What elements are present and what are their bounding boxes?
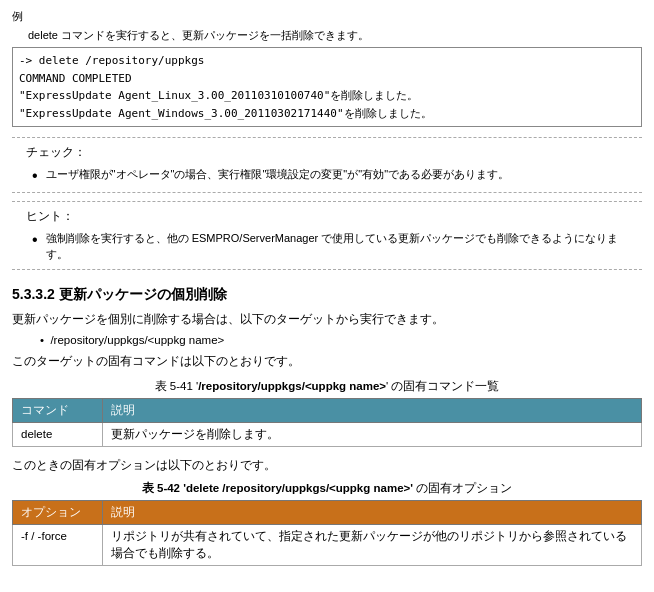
check-bullet-text: ユーザ権限が"オペレータ"の場合、実行権限"環境設定の変更"が"有効"である必要… [46, 166, 509, 183]
section-bullet: • /repository/uppkgs/<uppkg name> [40, 332, 642, 349]
table2-caption-suffix: の固有オプション [413, 482, 512, 494]
check-box: チェック： • ユーザ権限が"オペレータ"の場合、実行権限"環境設定の変更"が"… [12, 137, 642, 193]
section-sub: このターゲットの固有コマンドは以下のとおりです。 [12, 353, 642, 370]
table-row: -f / -forceリポジトリが共有されていて、指定された更新パッケージが他の… [13, 524, 642, 566]
example-label: 例 [12, 8, 642, 25]
bullet-dot-hint: • [32, 230, 38, 251]
table1-caption: 表 5-41 '/repository/uppkgs/<uppkg name>'… [12, 378, 642, 395]
command-line4: "ExpressUpdate Agent_Windows_3.00_201103… [19, 105, 635, 123]
table1-caption-target: /repository/uppkgs/<uppkg name> [198, 380, 386, 392]
section-bullet-text: /repository/uppkgs/<uppkg name> [50, 334, 224, 346]
example-description: delete コマンドを実行すると、更新パッケージを一括削除できます。 [28, 27, 642, 44]
fixed-note: このときの固有オプションは以下のとおりです。 [12, 457, 642, 474]
hint-bullet-text: 強制削除を実行すると、他の ESMPRO/ServerManager で使用して… [46, 230, 632, 263]
table-row: delete更新パッケージを削除します。 [13, 422, 642, 446]
table1-col1-header: コマンド [13, 398, 103, 422]
table2-col2-header: 説明 [103, 500, 642, 524]
check-label: チェック： [26, 144, 632, 161]
table2: オプション 説明 -f / -forceリポジトリが共有されていて、指定された更… [12, 500, 642, 567]
table1-desc-cell: 更新パッケージを削除します。 [103, 422, 642, 446]
hint-label: ヒント： [26, 208, 632, 225]
table2-opt-cell: -f / -force [13, 524, 103, 566]
command-line2: COMMAND COMPLETED [19, 70, 635, 88]
table1-cmd-cell: delete [13, 422, 103, 446]
bullet-dot-check: • [32, 166, 38, 187]
hint-box: ヒント： • 強制削除を実行すると、他の ESMPRO/ServerManage… [12, 201, 642, 269]
command-box: -> delete /repository/uppkgs COMMAND COM… [12, 47, 642, 127]
hint-bullet-item: • 強制削除を実行すると、他の ESMPRO/ServerManager で使用… [32, 230, 632, 263]
table1-col2-header: 説明 [103, 398, 642, 422]
table1-caption-prefix: 表 5-41 ' [155, 380, 199, 392]
section-intro: 更新パッケージを個別に削除する場合は、以下のターゲットから実行できます。 [12, 311, 642, 328]
table2-caption-prefix: 表 5-42 'delete /repository/uppkgs/<uppkg… [142, 482, 413, 494]
command-line3: "ExpressUpdate Agent_Linux_3.00_20110310… [19, 87, 635, 105]
command-line1: -> delete /repository/uppkgs [19, 52, 635, 70]
table1: コマンド 説明 delete更新パッケージを削除します。 [12, 398, 642, 448]
table2-caption: 表 5-42 'delete /repository/uppkgs/<uppkg… [12, 480, 642, 497]
check-bullet-item: • ユーザ権限が"オペレータ"の場合、実行権限"環境設定の変更"が"有効"である… [32, 166, 632, 187]
table2-desc-cell: リポジトリが共有されていて、指定された更新パッケージが他のリポジトリから参照され… [103, 524, 642, 566]
table2-col1-header: オプション [13, 500, 103, 524]
section-heading: 5.3.3.2 更新パッケージの個別削除 [12, 284, 642, 305]
table1-caption-suffix: ' の固有コマンド一覧 [386, 380, 499, 392]
